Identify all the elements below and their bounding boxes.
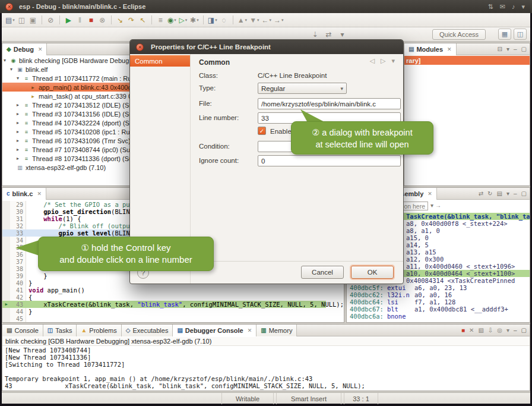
debug-tree-item[interactable]: ▸≡Thread #5 1073410208 (ipc1 : Runni xyxy=(2,127,129,136)
refresh-view-icon[interactable]: ↻ xyxy=(487,190,492,197)
terminate-console-icon[interactable]: ■ xyxy=(461,327,465,333)
line-number[interactable]: 30 xyxy=(10,208,26,215)
external-tools-icon[interactable]: ✱▾ xyxy=(189,14,200,26)
tree-expander-closed-icon[interactable]: ▸ xyxy=(17,147,23,152)
debug-tree-item[interactable]: ▸≡Thread #6 1073431096 (Tmr Svc) (S xyxy=(2,136,129,145)
line-number[interactable]: 43 xyxy=(10,301,26,308)
link-with-debug-icon[interactable]: ⇄ xyxy=(479,190,483,197)
window-close-button[interactable]: ✕ xyxy=(5,3,13,11)
tree-expander-closed-icon[interactable]: ▸ xyxy=(17,102,23,108)
tree-expander-closed-icon[interactable]: ▸ xyxy=(17,129,23,134)
back-icon[interactable]: ◁ xyxy=(370,57,375,65)
new-wizard-icon[interactable]: ▤▾ xyxy=(4,14,16,26)
close-tab-icon[interactable]: ✕ xyxy=(447,46,452,52)
close-tab-icon[interactable]: ✕ xyxy=(38,46,43,52)
run-icon[interactable]: ▷▾ xyxy=(178,14,189,26)
sidebar-item-common[interactable]: Common xyxy=(130,55,190,67)
instruction-stepping-icon[interactable]: ≡ xyxy=(155,14,166,26)
tab-executables[interactable]: ◇Executables xyxy=(122,325,173,336)
debug-tree-item[interactable]: ▾◉blink checking [GDB Hardware Debug xyxy=(2,56,129,65)
scroll-lock-icon[interactable]: ⇩ xyxy=(488,327,493,333)
debug-tree-item[interactable]: ▸app_main() at blink.c:43 0x400db xyxy=(2,83,129,92)
tab-console[interactable]: ▤Console xyxy=(2,325,43,336)
file-field[interactable]: /home/krzysztof/esp/blink/main/blink.c xyxy=(258,98,401,109)
debug-tree-item[interactable]: ▸≡Thread #8 1073411336 (dport) (Sus xyxy=(2,154,129,163)
suspend-icon[interactable]: ‖ xyxy=(74,14,86,26)
line-number[interactable]: 38 xyxy=(10,265,26,272)
line-number[interactable]: 29 xyxy=(10,201,26,208)
forward-icon[interactable]: →▾ xyxy=(273,14,285,26)
line-number[interactable]: 37 xyxy=(10,258,26,265)
tree-expander-closed-icon[interactable]: ▸ xyxy=(17,156,23,161)
jump-to-address-icon[interactable]: → xyxy=(435,202,441,209)
sound-indicator-icon[interactable]: ♪ xyxy=(512,3,515,11)
line-number[interactable]: 31 xyxy=(10,215,26,222)
line-number[interactable]: 42 xyxy=(10,294,26,301)
line-number[interactable]: 39 xyxy=(10,272,26,279)
cancel-button[interactable]: Cancel xyxy=(301,266,344,279)
debug-tree-item[interactable]: ▸≡Thread #3 1073413156 (IDLE) (Susp xyxy=(2,109,129,118)
cpp-perspective-icon[interactable]: ▦ xyxy=(498,29,511,40)
tab-memory[interactable]: ▥Memory xyxy=(256,325,297,336)
view-menu-icon[interactable]: ▾ xyxy=(506,190,509,197)
console-menu-icon[interactable]: ▾ xyxy=(506,327,509,333)
ok-button[interactable]: OK xyxy=(351,266,394,279)
maximize-icon[interactable]: ▢ xyxy=(521,190,527,197)
debug-tree-item[interactable]: ▥xtensa-esp32-elf-gdb (7.10) xyxy=(2,163,129,172)
tree-expander-open-icon[interactable]: ▾ xyxy=(10,67,16,72)
debug-tree-item[interactable]: ▾≡Thread #1 1073411772 (main : Runn xyxy=(2,74,129,83)
next-annotation-icon[interactable]: ▼▾ xyxy=(248,14,260,26)
view-menu-icon[interactable]: ▾ xyxy=(506,46,509,52)
clear-console-icon[interactable]: ▧ xyxy=(478,327,483,333)
pin-editor-icon[interactable]: ⇣ xyxy=(309,29,321,40)
debug-tree-item[interactable]: ▸main_task() at cpu_start.c:339 0x4 xyxy=(2,92,129,100)
editor-line[interactable]: 41void app_main() xyxy=(2,287,344,294)
quick-access-button[interactable]: Quick Access xyxy=(432,29,486,40)
debug-tree-item[interactable]: ▸≡Thread #7 1073408744 (ipc0) (Susp xyxy=(2,145,129,154)
save-all-icon[interactable]: ▣ xyxy=(27,14,39,26)
tree-expander-open-icon[interactable]: ▾ xyxy=(17,75,23,81)
debug-tree-item[interactable]: ▸≡Thread #2 1073413512 (IDLE) (Susp xyxy=(2,100,129,109)
maximize-icon[interactable]: ▢ xyxy=(521,327,527,333)
collapse-all-icon[interactable]: ⊟ xyxy=(498,46,502,52)
tab-problems[interactable]: ▲Problems xyxy=(77,325,121,336)
line-number[interactable]: 40 xyxy=(10,279,26,287)
tab-modules[interactable]: ▤ Modules ✕ xyxy=(404,43,457,55)
line-number[interactable]: 44 xyxy=(10,308,26,315)
prev-annotation-icon[interactable]: ▲▾ xyxy=(236,14,248,26)
tree-expander-open-icon[interactable]: ▾ xyxy=(4,58,10,63)
minimize-icon[interactable]: ‒ xyxy=(514,190,517,197)
tree-expander-closed-icon[interactable]: ▸ xyxy=(17,120,23,125)
back-icon[interactable]: ←▾ xyxy=(261,14,273,26)
step-return-icon[interactable]: ↖ xyxy=(137,14,148,26)
close-tab-icon[interactable]: ✕ xyxy=(428,191,432,197)
maximize-icon[interactable]: ▢ xyxy=(521,46,527,52)
dialog-close-button[interactable]: ✕ xyxy=(136,43,144,51)
tree-expander-closed-icon[interactable]: ▸ xyxy=(17,138,23,143)
new-cpp-project-icon[interactable]: ◨▾ xyxy=(207,14,218,26)
tab-blink-c[interactable]: c blink.c ✕ xyxy=(2,188,46,200)
modules-selected-item[interactable]: rary] xyxy=(404,56,530,65)
mail-indicator-icon[interactable]: ✉ xyxy=(500,3,505,11)
view-menu-icon[interactable]: ▾ xyxy=(391,57,395,65)
minimize-icon[interactable]: ‒ xyxy=(514,46,517,52)
line-number[interactable]: 32 xyxy=(10,222,26,229)
save-icon[interactable]: ◫ xyxy=(16,14,27,26)
ignore-count-field[interactable]: 0 xyxy=(258,155,401,166)
pin-console-icon[interactable]: ◎ xyxy=(497,327,502,333)
minimize-icon[interactable]: ‒ xyxy=(514,327,517,333)
tree-expander-closed-icon[interactable]: ▸ xyxy=(17,111,23,117)
network-indicator-icon[interactable]: ⇅ xyxy=(488,3,493,11)
show-source-icon[interactable]: ▤ xyxy=(497,190,502,197)
link-with-editor-icon[interactable]: ⇄ xyxy=(323,29,334,40)
disconnect-icon[interactable]: ⊗ xyxy=(97,14,108,26)
line-number[interactable]: 41 xyxy=(10,287,26,294)
remove-launch-icon[interactable]: ✕ xyxy=(469,327,474,333)
debug-icon[interactable]: ◉▾ xyxy=(166,14,178,26)
skip-breakpoints-icon[interactable]: ⊘ xyxy=(45,14,56,26)
editor-line[interactable]: ▶43 xTaskCreate(&blink_task, "blink_task… xyxy=(2,301,344,308)
close-tab-icon[interactable]: ✕ xyxy=(37,191,42,197)
dialog-titlebar[interactable]: ✕ Properties for C/C++ Line Breakpoint xyxy=(130,40,403,54)
session-menu-icon[interactable]: ▾ xyxy=(521,3,525,11)
editor-line[interactable]: 42{ xyxy=(2,294,344,301)
